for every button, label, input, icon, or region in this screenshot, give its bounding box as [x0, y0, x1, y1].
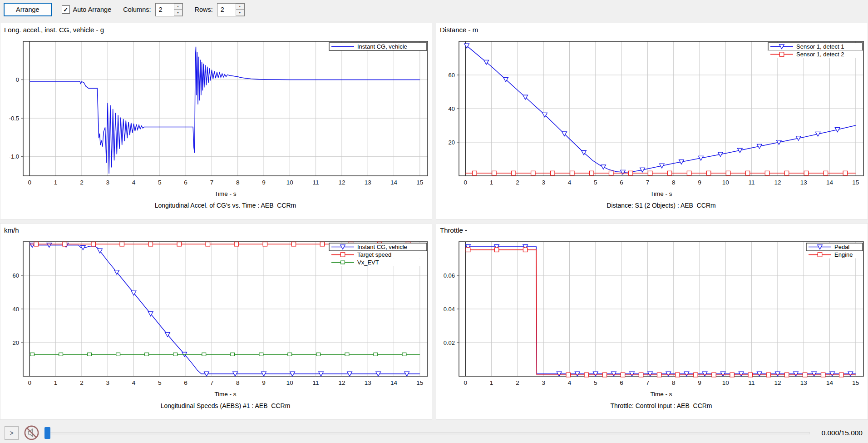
longitudinal-accel-chart[interactable]: Long. accel., inst. CG, vehicle - g0-0.5… [0, 23, 433, 220]
x-tick-label: 15 [416, 179, 423, 186]
x-tick-label: 8 [672, 379, 676, 386]
x-tick-label: 4 [568, 179, 572, 186]
gridlines [459, 41, 863, 176]
legend-entry[interactable]: Sensor 1, detect 2 [768, 50, 863, 58]
auto-arrange-checkbox[interactable]: ✓ Auto Arrange [62, 5, 112, 14]
playback-bar: > 0.000/15.000 [0, 423, 868, 443]
plot-grid: Long. accel., inst. CG, vehicle - g0-0.5… [0, 23, 868, 420]
x-tick-label: 12 [774, 379, 781, 386]
x-tick-label: 11 [749, 179, 755, 186]
rows-input[interactable] [217, 4, 236, 16]
legend-label: Instant CG, vehicle [357, 43, 407, 50]
x-tick-label: 1 [490, 379, 493, 386]
x-tick-label: 6 [184, 179, 187, 186]
arrange-button[interactable]: Arrange [4, 3, 52, 16]
plot-title: Throttle - [440, 226, 467, 234]
legend-label: Sensor 1, detect 2 [796, 51, 844, 58]
x-tick-label: 3 [106, 379, 109, 386]
legend-entry[interactable]: Pedal [806, 243, 863, 251]
gridlines [459, 242, 863, 376]
x-tick-label: 6 [184, 379, 187, 386]
x-tick-label: 4 [132, 179, 136, 186]
columns-down-button[interactable]: ▼ [174, 10, 182, 16]
rows-spinner: ▲ ▼ [217, 3, 245, 16]
x-tick-label: 9 [698, 179, 701, 186]
legend: PedalEngine [806, 243, 863, 259]
x-tick-label: 2 [516, 179, 519, 186]
x-axis-label: Time - s [650, 391, 672, 398]
x-tick-label: 12 [338, 179, 345, 186]
rows-spin-buttons: ▲ ▼ [236, 4, 244, 16]
x-tick-label: 14 [826, 179, 833, 186]
columns-up-button[interactable]: ▲ [174, 4, 182, 10]
plot-caption: Distance: S1 (2 Objects) : AEB CCRm [607, 202, 715, 209]
legend-label: Target speed [357, 251, 391, 258]
x-tick-label: 9 [262, 379, 266, 386]
rows-label: Rows: [195, 6, 213, 13]
longitudinal-speeds-chart[interactable]: km/h6040200123456789101112131415Time - s… [0, 224, 433, 420]
distance-chart[interactable]: Distance - m6040200123456789101112131415… [436, 23, 868, 220]
x-axis-label: Time - s [214, 391, 236, 398]
plot-panel-speeds: km/h6040200123456789101112131415Time - s… [0, 223, 432, 420]
legend-entry[interactable]: Instant CG, vehicle [329, 243, 427, 251]
columns-spinner: ▲ ▼ [155, 3, 183, 16]
y-tick-label: 0.02 [444, 339, 455, 346]
x-axis-label: Time - s [214, 190, 236, 197]
toolbar: Arrange ✓ Auto Arrange Columns: ▲ ▼ Rows… [0, 0, 868, 19]
x-tick-label: 14 [390, 379, 398, 386]
x-tick-label: 7 [646, 179, 650, 186]
legend-entry[interactable]: Engine [806, 251, 863, 259]
time-slider[interactable] [44, 427, 810, 439]
x-tick-label: 14 [390, 179, 398, 186]
time-display: 0.000/15.000 [815, 429, 863, 437]
auto-arrange-label: Auto Arrange [73, 6, 112, 13]
x-tick-label: 5 [594, 179, 597, 186]
time-slider-track[interactable] [44, 432, 810, 434]
series-engine [465, 250, 856, 375]
gridlines [23, 41, 428, 176]
legend-entry[interactable]: Sensor 1, detect 1 [768, 43, 863, 50]
x-tick-label: 14 [826, 379, 833, 386]
time-slider-thumb[interactable] [44, 427, 50, 439]
play-button[interactable]: > [5, 426, 19, 440]
legend-entry[interactable]: Instant CG, vehicle [329, 43, 427, 50]
y-tick-label: 60 [449, 72, 455, 79]
mute-icon[interactable] [24, 425, 39, 441]
y-tick-label: -0.5 [9, 115, 19, 122]
plot-title: Long. accel., inst. CG, vehicle - g [4, 26, 104, 34]
x-tick-label: 12 [774, 179, 781, 186]
x-tick-label: 1 [490, 179, 493, 186]
x-tick-label: 8 [236, 179, 240, 186]
x-tick-label: 5 [158, 379, 162, 386]
x-tick-label: 1 [54, 379, 58, 386]
y-tick-label: 20 [13, 339, 19, 346]
x-tick-label: 13 [800, 379, 807, 386]
series-markers [464, 44, 840, 174]
columns-input[interactable] [156, 4, 174, 16]
plot-title: km/h [4, 226, 19, 234]
legend-label: Vx_EVT [357, 259, 379, 266]
series-instant-cg-vehicle [30, 47, 420, 174]
x-tick-label: 10 [286, 179, 293, 186]
x-tick-label: 7 [646, 379, 650, 386]
legend: Instant CG, vehicleTarget speedVx_EVT [329, 243, 427, 266]
x-tick-label: 7 [210, 379, 214, 386]
x-tick-label: 3 [542, 179, 545, 186]
x-tick-label: 11 [749, 379, 755, 386]
legend-entry[interactable]: Target speed [329, 251, 427, 259]
y-tick-label: 0.04 [444, 306, 455, 313]
rows-up-button[interactable]: ▲ [236, 4, 244, 10]
x-tick-label: 6 [620, 379, 623, 386]
rows-down-button[interactable]: ▼ [236, 10, 244, 16]
legend-entry[interactable]: Vx_EVT [329, 259, 427, 266]
x-tick-label: 0 [464, 379, 468, 386]
y-tick-label: -1.0 [9, 153, 19, 160]
series-markers [466, 248, 843, 377]
x-tick-label: 10 [722, 379, 729, 386]
x-tick-label: 6 [620, 179, 623, 186]
x-tick-label: 9 [262, 179, 266, 186]
plot-caption: Longitudinal Accel. of CG's vs. Time : A… [155, 202, 296, 209]
x-tick-label: 12 [338, 379, 345, 386]
throttle-chart[interactable]: Throttle -0.060.040.02012345678910111213… [436, 224, 868, 420]
x-tick-label: 3 [542, 379, 545, 386]
